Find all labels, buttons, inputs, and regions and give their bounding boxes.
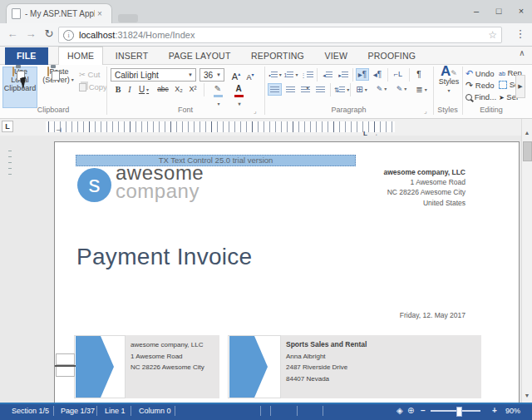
scrollbar-thumb[interactable] <box>523 141 532 161</box>
window-minimize-button[interactable]: – <box>467 4 485 17</box>
scroll-up-icon[interactable]: ▲ <box>522 130 532 136</box>
line-spacing-button[interactable]: ⇅ <box>333 83 350 96</box>
table-handle-bottom[interactable] <box>56 365 75 377</box>
zoom-out-button[interactable]: – <box>421 406 426 415</box>
app-window: - My ASP.NET Application × – □ × ← → ↻ i… <box>0 0 532 420</box>
new-tab-button[interactable] <box>118 14 138 22</box>
zoom-value[interactable]: 90% <box>505 407 520 415</box>
find-button[interactable]: Find... <box>466 92 496 101</box>
table-border-line <box>55 365 76 367</box>
select-icon <box>499 81 507 89</box>
increase-indent-button[interactable]: ▸ <box>336 68 351 81</box>
tab-view[interactable]: VIEW <box>316 47 356 66</box>
info-icon[interactable]: i <box>63 30 74 41</box>
font-color-button[interactable]: A <box>229 82 248 95</box>
align-left-button[interactable] <box>268 83 282 96</box>
statusbar-separator <box>96 406 97 416</box>
tab-file[interactable]: FILE <box>5 47 48 66</box>
font-group-label: Font <box>106 106 264 114</box>
superscript-button[interactable]: X² <box>186 83 200 96</box>
styles-button[interactable]: A✎ Styles ▾ <box>436 67 462 108</box>
tab-reporting[interactable]: REPORTING <box>243 47 313 66</box>
bold-button[interactable]: B <box>112 83 124 96</box>
undo-button[interactable]: ↶ Undo <box>466 68 495 79</box>
status-page[interactable]: Page 1/37 <box>61 407 95 415</box>
tab-selector[interactable]: L <box>2 121 13 132</box>
back-icon[interactable]: ← <box>5 27 20 42</box>
paragraph-dialog-launcher-icon[interactable]: ⌟ <box>424 107 427 115</box>
bullet-list-button[interactable]: • <box>268 68 283 81</box>
borders-button[interactable]: ⊞ <box>353 83 370 96</box>
bookmark-star-icon[interactable]: ☆ <box>488 29 497 41</box>
cursor-arrow-icon: ➤ <box>499 94 505 101</box>
tab-insert[interactable]: INSERT <box>107 47 157 66</box>
show-formatting-marks-button[interactable]: ¶ <box>412 68 426 81</box>
copy-button[interactable]: Copy <box>79 82 107 91</box>
horizontal-ruler[interactable] <box>46 121 395 132</box>
font-dialog-launcher-icon[interactable]: ⌟ <box>254 107 257 115</box>
editing-flyout-button[interactable]: ▶ <box>515 75 525 98</box>
underline-button[interactable]: U <box>135 83 152 96</box>
justify-button[interactable] <box>313 83 328 96</box>
subscript-button[interactable]: X₂ <box>172 83 185 96</box>
window-close-button[interactable]: × <box>512 4 530 17</box>
ribbon-collapse-icon[interactable]: ∧ <box>515 48 529 57</box>
font-name-combo[interactable]: Calibri Light▼ <box>111 68 196 82</box>
paste-server-button[interactable]: Paste (Server) <box>39 67 77 108</box>
company-logo: s <box>77 168 111 202</box>
chevron-down-icon: ▾ <box>447 88 450 93</box>
zoom-slider[interactable] <box>431 410 480 412</box>
use-local-clipboard-button[interactable]: Use Local Clipboard <box>2 67 37 108</box>
document-page[interactable]: TX Text Control 25.0 trial version s awe… <box>54 141 520 403</box>
status-column[interactable]: Column 0 <box>139 407 171 415</box>
numbered-list-button[interactable]: 1 <box>283 68 298 81</box>
left-to-right-button[interactable]: ▸¶ <box>356 68 369 81</box>
strikethrough-button[interactable]: abc <box>155 83 171 96</box>
chevron-down-icon: ▼ <box>185 72 195 77</box>
recipient-address-box: Sports Sales and Rental Anna Albright 24… <box>281 335 481 398</box>
tab-proofing[interactable]: PROOFING <box>360 47 425 66</box>
zoom-slider-thumb[interactable] <box>456 407 462 417</box>
align-center-button[interactable] <box>283 83 298 96</box>
decrease-indent-button[interactable]: ◂ <box>320 68 335 81</box>
statusbar-separator <box>260 406 261 416</box>
tab-page-layout[interactable]: PAGE LAYOUT <box>160 47 239 66</box>
italic-button[interactable]: I <box>125 83 135 96</box>
left-indent-marker[interactable]: ⊣ <box>56 127 62 134</box>
fit-width-icon[interactable]: ⊕ <box>407 406 414 415</box>
align-right-button[interactable] <box>298 83 313 96</box>
table-handle-top[interactable] <box>56 353 75 365</box>
status-line[interactable]: Line 1 <box>105 407 126 415</box>
inside-borders-button[interactable]: ≣ <box>413 83 430 96</box>
grow-font-button[interactable]: A▴ <box>229 68 243 81</box>
font-color-swatch <box>234 95 244 97</box>
window-maximize-button[interactable]: □ <box>490 4 508 17</box>
status-section[interactable]: Section 1/5 <box>12 407 49 415</box>
tab-home[interactable]: HOME <box>58 47 103 67</box>
shrink-font-button[interactable]: A▾ <box>244 69 257 82</box>
statusbar-separator <box>297 406 298 416</box>
sender-arrow-shape <box>76 336 101 398</box>
fit-page-icon[interactable]: ◈ <box>397 406 403 415</box>
vertical-scrollbar[interactable] <box>521 119 532 403</box>
copy-icon <box>79 83 86 91</box>
shading-button[interactable]: ✎ <box>373 83 390 96</box>
browser-tab[interactable]: - My ASP.NET Application × <box>6 3 112 23</box>
border-pen-button[interactable]: ✎ <box>393 83 410 96</box>
tab-close-icon[interactable]: × <box>97 9 102 18</box>
redo-button[interactable]: ↷ Redo <box>466 80 495 91</box>
browser-menu-icon[interactable]: ⋮ <box>514 26 527 42</box>
reload-icon[interactable]: ↻ <box>42 27 57 42</box>
find-icon <box>466 94 472 101</box>
text-direction-button[interactable]: ⌐L <box>391 68 406 81</box>
highlight-color-button[interactable]: ✎ <box>209 82 227 95</box>
url-omnibox[interactable]: i localhost:31824/Home/Index ☆ <box>58 27 502 43</box>
multilevel-list-button[interactable]: ⋮ <box>299 68 314 81</box>
zoom-in-button[interactable]: + <box>492 406 497 415</box>
forward-icon[interactable]: → <box>23 27 38 42</box>
right-to-left-button[interactable]: ◂¶ <box>371 68 384 81</box>
brush-icon: ✎ <box>451 69 457 77</box>
cut-button[interactable]: ✂ Cut <box>79 70 100 79</box>
font-size-combo[interactable]: 36▼ <box>200 68 224 82</box>
scroll-down-icon[interactable]: ▼ <box>522 393 532 398</box>
